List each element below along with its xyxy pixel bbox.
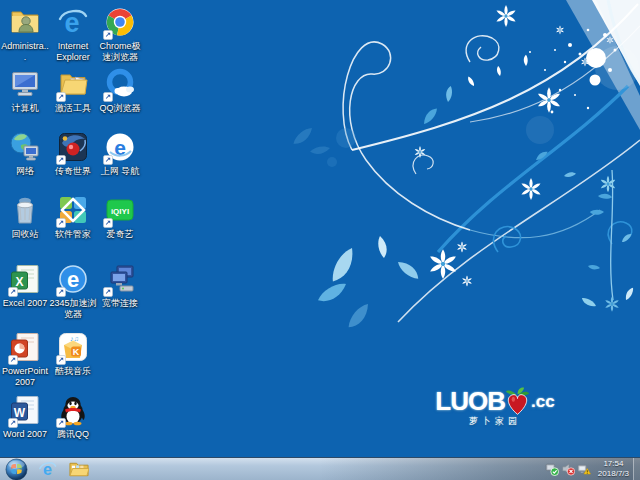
- desktop-icon-chrome-browser[interactable]: Chrome极速浏览器: [96, 6, 144, 63]
- shortcut-arrow-icon: [103, 92, 113, 102]
- broadband-icon: [103, 263, 137, 297]
- shortcut-arrow-icon: [103, 287, 113, 297]
- taskbar-explorer-button[interactable]: [66, 458, 92, 480]
- desktop-icon-broadband[interactable]: 宽带连接: [96, 263, 144, 309]
- icon-label: 软件管家: [49, 229, 97, 240]
- taskbar-internet-explorer-button[interactable]: e: [34, 458, 60, 480]
- svg-text:e: e: [67, 267, 79, 292]
- icon-label: 传奇世界: [49, 166, 97, 177]
- shortcut-arrow-icon: [56, 418, 66, 428]
- start-button[interactable]: [5, 458, 28, 480]
- system-tray: 17:54 2018/7/3: [545, 458, 640, 480]
- desktop-icon-excel-2007[interactable]: X Excel 2007: [1, 263, 49, 309]
- shortcut-arrow-icon: [8, 418, 18, 428]
- svg-text:iQIYI: iQIYI: [111, 207, 129, 216]
- icon-label: 腾讯QQ: [49, 429, 97, 440]
- icon-label: 网络: [1, 166, 49, 177]
- desktop-icon-internet-explorer[interactable]: e Internet Explorer: [49, 6, 97, 63]
- logo-suffix: .cc: [531, 393, 555, 410]
- icon-label: PowerPoint 2007: [1, 366, 49, 388]
- icon-label: Word 2007: [1, 429, 49, 440]
- icon-label: 宽带连接: [96, 298, 144, 309]
- icon-label: 回收站: [1, 229, 49, 240]
- icon-label: Excel 2007: [1, 298, 49, 309]
- svg-text:♪♫: ♪♫: [70, 335, 79, 342]
- shortcut-arrow-icon: [103, 218, 113, 228]
- desktop-icon-software-manager[interactable]: 软件管家: [49, 194, 97, 240]
- internet-explorer-icon: e: [56, 6, 90, 40]
- icon-label: 计算机: [1, 103, 49, 114]
- svg-text:K: K: [73, 347, 80, 357]
- radish-icon: [504, 386, 531, 416]
- volume-muted-icon[interactable]: [561, 462, 575, 476]
- network-warning-icon[interactable]: [577, 462, 591, 476]
- web-navigation-icon: e: [103, 131, 137, 165]
- internet-explorer-icon: e: [38, 460, 57, 479]
- game-icon: [56, 131, 90, 165]
- desktop-icon-2345-browser[interactable]: e 2345加速浏览器: [49, 263, 97, 320]
- shortcut-arrow-icon: [56, 355, 66, 365]
- shortcut-arrow-icon: [56, 287, 66, 297]
- excel-icon: X: [8, 263, 42, 297]
- desktop-icon-powerpoint-2007[interactable]: PowerPoint 2007: [1, 331, 49, 388]
- iqiyi-icon: iQIYI: [103, 194, 137, 228]
- user-folder-icon: [8, 6, 42, 40]
- browser-2345-icon: e: [56, 263, 90, 297]
- shortcut-arrow-icon: [56, 92, 66, 102]
- computer-icon: [8, 68, 42, 102]
- tencent-qq-icon: [56, 394, 90, 428]
- show-desktop-button[interactable]: [633, 458, 640, 480]
- icon-label: QQ浏览器: [96, 103, 144, 114]
- icon-label: Administra...: [1, 41, 49, 63]
- desktop: LUOB .cc 萝卜家园 Administra...: [0, 0, 640, 480]
- clock-time: 17:54: [598, 459, 629, 469]
- desktop-icon-kuwo-music[interactable]: ♪♫ K 酷我音乐: [49, 331, 97, 377]
- desktop-icon-tencent-qq[interactable]: 腾讯QQ: [49, 394, 97, 440]
- icon-label: Internet Explorer: [49, 41, 97, 63]
- shortcut-arrow-icon: [56, 155, 66, 165]
- desktop-icon-computer[interactable]: 计算机: [1, 68, 49, 114]
- shortcut-arrow-icon: [8, 287, 18, 297]
- icon-label: 酷我音乐: [49, 366, 97, 377]
- desktop-icon-word-2007[interactable]: W Word 2007: [1, 394, 49, 440]
- windows-orb-icon: [5, 458, 28, 480]
- recycle-bin-icon: [8, 194, 42, 228]
- icon-label: Chrome极速浏览器: [96, 41, 144, 63]
- desktop-icon-legend-world[interactable]: 传奇世界: [49, 131, 97, 177]
- shortcut-arrow-icon: [56, 218, 66, 228]
- icon-label: 2345加速浏览器: [49, 298, 97, 320]
- desktop-icon-iqiyi[interactable]: iQIYI 爱奇艺: [96, 194, 144, 240]
- folder-explorer-icon: [69, 460, 89, 478]
- kuwo-music-icon: ♪♫ K: [56, 331, 90, 365]
- desktop-icon-recycle-bin[interactable]: 回收站: [1, 194, 49, 240]
- chrome-icon: [103, 6, 137, 40]
- powerpoint-icon: [8, 331, 42, 365]
- desktop-icon-web-navigation[interactable]: e 上网 导航: [96, 131, 144, 177]
- word-icon: W: [8, 394, 42, 428]
- taskbar: e: [0, 457, 640, 480]
- icon-label: 激活工具: [49, 103, 97, 114]
- software-manager-icon: [56, 194, 90, 228]
- desktop-icon-qq-browser[interactable]: QQ浏览器: [96, 68, 144, 114]
- qq-browser-icon: [103, 68, 137, 102]
- security-check-icon[interactable]: [545, 462, 559, 476]
- icon-label: 爱奇艺: [96, 229, 144, 240]
- logo-text: LUOB: [435, 388, 505, 414]
- desktop-icon-activation-tools[interactable]: 激活工具: [49, 68, 97, 114]
- taskbar-clock[interactable]: 17:54 2018/7/3: [598, 459, 629, 480]
- desktop-icon-network[interactable]: 网络: [1, 131, 49, 177]
- logo-subtext: 萝卜家园: [424, 415, 566, 428]
- desktop-icon-administrator[interactable]: Administra...: [1, 6, 49, 63]
- shortcut-arrow-icon: [8, 355, 18, 365]
- shortcut-arrow-icon: [103, 30, 113, 40]
- icon-label: 上网 导航: [96, 166, 144, 177]
- network-globe-icon: [8, 131, 42, 165]
- brand-logo: LUOB .cc 萝卜家园: [424, 386, 566, 428]
- shortcut-arrow-icon: [103, 155, 113, 165]
- folder-icon: [56, 68, 90, 102]
- clock-date: 2018/7/3: [598, 469, 629, 479]
